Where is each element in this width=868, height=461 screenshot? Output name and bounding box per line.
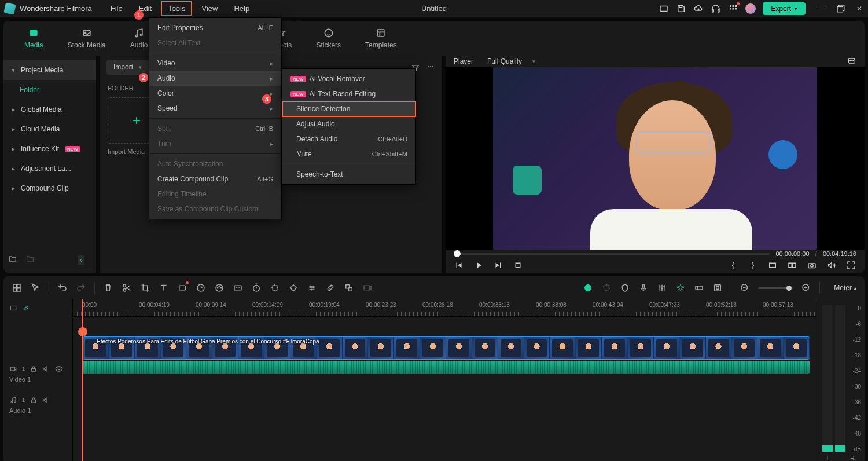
link-toggle-icon[interactable] — [22, 304, 30, 312]
cut-icon[interactable] — [122, 283, 132, 293]
mark-in-button[interactable]: { — [728, 260, 738, 270]
menu-view[interactable]: View — [194, 1, 225, 16]
sidebar-item-project-media[interactable]: ▾Project Media — [3, 60, 96, 80]
undo-icon[interactable] — [57, 283, 68, 293]
tab-stickers[interactable]: Stickers — [312, 25, 344, 52]
dd-ai-vocal-remover[interactable]: NEWAI Vocal Remover — [282, 71, 415, 86]
lock-icon[interactable] — [30, 396, 38, 404]
ratio-button[interactable] — [767, 260, 778, 270]
redo-icon[interactable] — [76, 283, 86, 293]
delete-icon[interactable] — [103, 283, 113, 293]
timer-icon[interactable] — [251, 283, 262, 293]
stop-button[interactable] — [513, 260, 523, 270]
volume-button[interactable] — [826, 260, 837, 270]
save-icon[interactable] — [676, 3, 686, 14]
quality-select[interactable]: Full Quality▾ — [483, 56, 540, 67]
dd-audio[interactable]: Audio▸ — [149, 71, 281, 86]
record-icon[interactable] — [177, 283, 187, 293]
timeline-canvas[interactable]: 00:0000:00:04:1900:00:09:1400:00:14:0900… — [73, 299, 816, 461]
avatar-icon[interactable] — [745, 3, 756, 14]
snapshot-icon[interactable] — [847, 56, 856, 67]
mic-icon[interactable] — [638, 283, 649, 293]
cursor-icon[interactable] — [30, 283, 41, 293]
mute-icon[interactable] — [42, 365, 50, 373]
dashboard-icon[interactable] — [12, 283, 22, 293]
mark-out-button[interactable]: } — [748, 260, 758, 270]
trash-folder-icon[interactable] — [25, 254, 35, 265]
sidebar-item-adjustment-layer[interactable]: ▸Adjustment La... — [3, 159, 96, 178]
zoom-slider[interactable] — [758, 287, 793, 289]
lock-icon[interactable] — [30, 365, 38, 373]
sidebar-item-influence-kit[interactable]: ▸Influence KitNEW — [3, 139, 96, 159]
tab-stock-media[interactable]: Stock Media — [64, 25, 109, 52]
zoom-in-icon[interactable] — [801, 283, 811, 293]
apps-icon[interactable] — [728, 3, 738, 14]
export-button[interactable]: Export▾ — [763, 2, 806, 15]
dd-create-compound[interactable]: Create Compound ClipAlt+G — [149, 171, 281, 186]
sidebar-item-compound-clip[interactable]: ▸Compound Clip — [3, 178, 96, 198]
dd-video[interactable]: Video▸ — [149, 56, 281, 71]
dd-adjust-audio[interactable]: Adjust Audio — [282, 116, 415, 131]
eye-icon[interactable] — [55, 365, 63, 373]
headphones-icon[interactable] — [711, 3, 721, 14]
tab-templates[interactable]: Templates — [362, 25, 400, 52]
crop-icon[interactable] — [140, 283, 150, 293]
layout-icon[interactable] — [659, 3, 669, 14]
next-frame-button[interactable] — [493, 260, 503, 270]
dd-ai-text-editing[interactable]: NEWAI Text-Based Editing — [282, 86, 415, 101]
video-preview[interactable] — [446, 67, 865, 250]
marker-icon[interactable] — [620, 283, 630, 293]
dd-detach-audio[interactable]: Detach AudioCtrl+Alt+D — [282, 131, 415, 147]
adjust-icon[interactable] — [694, 283, 704, 293]
play-button[interactable] — [473, 260, 484, 270]
render-icon[interactable] — [362, 283, 373, 293]
dd-mute[interactable]: MuteCtrl+Shift+M — [282, 147, 415, 162]
caption-icon[interactable] — [233, 283, 243, 293]
menu-help[interactable]: Help — [227, 1, 256, 16]
meter-toggle[interactable]: Meter▴ — [834, 284, 856, 292]
stabilize-icon[interactable] — [601, 283, 612, 293]
speed-change-icon[interactable] — [196, 283, 206, 293]
close-button[interactable]: ✕ — [855, 5, 863, 13]
minimize-button[interactable]: ― — [818, 5, 826, 13]
dd-color[interactable]: Color▸ — [149, 86, 281, 101]
maximize-button[interactable] — [837, 5, 845, 13]
sidebar-item-global-media[interactable]: ▸Global Media — [3, 100, 96, 119]
chroma-icon[interactable] — [583, 283, 593, 293]
compare-button[interactable] — [787, 260, 797, 270]
color-icon[interactable] — [214, 283, 225, 293]
tab-media[interactable]: Media — [21, 25, 47, 52]
text-icon[interactable] — [159, 283, 169, 293]
timeline-ruler[interactable]: 00:0000:00:04:1900:00:09:1400:00:14:0900… — [73, 299, 816, 317]
cloud-up-icon[interactable] — [693, 3, 704, 14]
ai-icon[interactable] — [675, 283, 686, 293]
audio-clip[interactable] — [82, 361, 810, 374]
sidebar-item-folder[interactable]: Folder — [3, 80, 96, 100]
fullscreen-button[interactable] — [846, 260, 856, 270]
keyframe-icon[interactable] — [288, 283, 299, 293]
adjust2-icon[interactable] — [712, 283, 723, 293]
tracking-icon[interactable] — [270, 283, 280, 293]
collapse-icon[interactable]: ‹ — [78, 255, 84, 265]
link-icon[interactable] — [325, 283, 336, 293]
dd-speed[interactable]: Speed▸ — [149, 101, 281, 116]
mixer-icon[interactable] — [657, 283, 667, 293]
dd-silence-detection[interactable]: Silence Detection — [282, 101, 415, 116]
more-icon[interactable]: ⋯ — [427, 63, 434, 74]
menu-file[interactable]: File — [104, 1, 130, 16]
menu-tools[interactable]: Tools — [161, 1, 192, 16]
zoom-out-icon[interactable] — [740, 283, 750, 293]
import-button[interactable]: Import▾ — [106, 60, 152, 75]
mute-icon[interactable] — [42, 396, 50, 404]
timeline-menu-icon[interactable] — [9, 304, 17, 312]
dd-speech-to-text[interactable]: Speech-to-Text — [282, 167, 415, 182]
new-folder-icon[interactable] — [8, 254, 17, 265]
tab-audio[interactable]: Audio — [127, 25, 152, 52]
group-icon[interactable] — [344, 283, 354, 293]
playhead[interactable] — [82, 299, 83, 461]
settings-icon[interactable] — [307, 283, 317, 293]
prev-frame-button[interactable] — [454, 260, 464, 270]
video-clip[interactable]: ▶ Efectos Poderosos Para Edits de Fútbol… — [82, 336, 810, 360]
scrub-bar[interactable] — [454, 253, 770, 255]
camera-icon[interactable] — [807, 260, 817, 270]
